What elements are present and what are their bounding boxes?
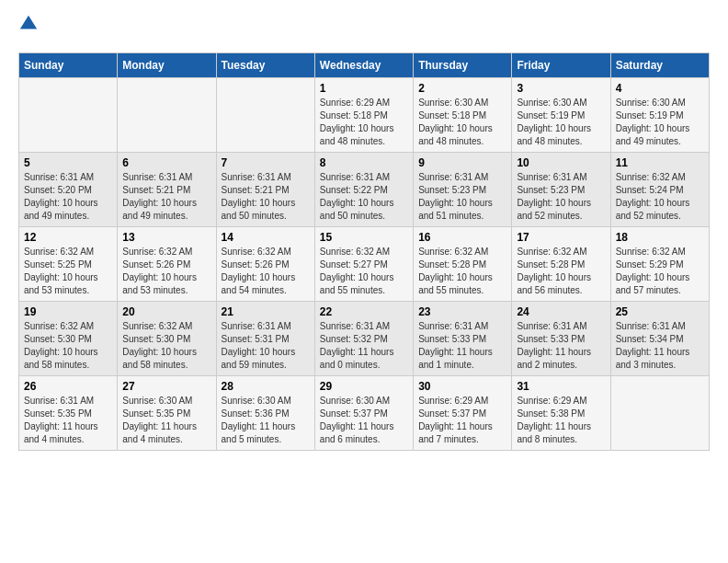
- header-tuesday: Tuesday: [216, 53, 314, 78]
- day-info: Sunrise: 6:31 AM Sunset: 5:33 PM Dayligh…: [517, 320, 605, 372]
- calendar-cell: 18Sunrise: 6:32 AM Sunset: 5:29 PM Dayli…: [610, 227, 709, 302]
- calendar-cell: 10Sunrise: 6:31 AM Sunset: 5:23 PM Dayli…: [512, 153, 610, 227]
- svg-marker-0: [20, 15, 37, 29]
- day-info: Sunrise: 6:31 AM Sunset: 5:20 PM Dayligh…: [24, 171, 112, 223]
- day-info: Sunrise: 6:32 AM Sunset: 5:29 PM Dayligh…: [616, 246, 704, 297]
- calendar-cell: 2Sunrise: 6:30 AM Sunset: 5:18 PM Daylig…: [414, 78, 512, 153]
- day-number: 28: [222, 380, 310, 393]
- day-number: 25: [616, 305, 704, 318]
- header-monday: Monday: [118, 53, 216, 78]
- day-number: 23: [418, 305, 506, 318]
- day-info: Sunrise: 6:32 AM Sunset: 5:28 PM Dayligh…: [517, 246, 605, 297]
- calendar-cell: 19Sunrise: 6:32 AM Sunset: 5:30 PM Dayli…: [19, 302, 118, 376]
- day-number: 31: [517, 380, 605, 393]
- calendar-cell: 4Sunrise: 6:30 AM Sunset: 5:19 PM Daylig…: [610, 78, 709, 153]
- day-info: Sunrise: 6:32 AM Sunset: 5:26 PM Dayligh…: [222, 246, 310, 297]
- day-number: 3: [517, 82, 605, 95]
- day-info: Sunrise: 6:30 AM Sunset: 5:19 PM Dayligh…: [616, 97, 704, 148]
- calendar-week-3: 12Sunrise: 6:32 AM Sunset: 5:25 PM Dayli…: [19, 227, 710, 302]
- calendar-cell: 13Sunrise: 6:32 AM Sunset: 5:26 PM Dayli…: [118, 227, 216, 302]
- calendar-cell: 27Sunrise: 6:30 AM Sunset: 5:35 PM Dayli…: [118, 376, 216, 451]
- day-number: 21: [222, 305, 310, 318]
- logo: [18, 18, 42, 38]
- day-info: Sunrise: 6:31 AM Sunset: 5:34 PM Dayligh…: [616, 320, 704, 372]
- calendar-cell: 17Sunrise: 6:32 AM Sunset: 5:28 PM Dayli…: [512, 227, 610, 302]
- day-info: Sunrise: 6:29 AM Sunset: 5:38 PM Dayligh…: [517, 395, 605, 446]
- calendar-cell: 5Sunrise: 6:31 AM Sunset: 5:20 PM Daylig…: [19, 153, 118, 227]
- day-number: 18: [616, 231, 704, 244]
- calendar-cell: [216, 78, 314, 153]
- calendar-cell: 23Sunrise: 6:31 AM Sunset: 5:33 PM Dayli…: [414, 302, 512, 376]
- weekday-header-row: Sunday Monday Tuesday Wednesday Thursday…: [19, 53, 710, 78]
- calendar-cell: 29Sunrise: 6:30 AM Sunset: 5:37 PM Dayli…: [314, 376, 413, 451]
- header-sunday: Sunday: [19, 53, 118, 78]
- calendar-week-1: 1Sunrise: 6:29 AM Sunset: 5:18 PM Daylig…: [19, 78, 710, 153]
- day-info: Sunrise: 6:29 AM Sunset: 5:18 PM Dayligh…: [320, 97, 408, 148]
- calendar-cell: 16Sunrise: 6:32 AM Sunset: 5:28 PM Dayli…: [414, 227, 512, 302]
- day-number: 27: [122, 380, 210, 393]
- day-info: Sunrise: 6:32 AM Sunset: 5:30 PM Dayligh…: [24, 320, 112, 372]
- day-info: Sunrise: 6:32 AM Sunset: 5:30 PM Dayligh…: [122, 320, 210, 372]
- day-number: 13: [122, 231, 210, 244]
- day-number: 4: [616, 82, 704, 95]
- day-number: 10: [517, 156, 605, 169]
- day-number: 19: [24, 305, 112, 318]
- calendar-cell: 3Sunrise: 6:30 AM Sunset: 5:19 PM Daylig…: [512, 78, 610, 153]
- calendar-week-2: 5Sunrise: 6:31 AM Sunset: 5:20 PM Daylig…: [19, 153, 710, 227]
- day-info: Sunrise: 6:32 AM Sunset: 5:28 PM Dayligh…: [418, 246, 506, 297]
- calendar-cell: 22Sunrise: 6:31 AM Sunset: 5:32 PM Dayli…: [314, 302, 413, 376]
- calendar-cell: [118, 78, 216, 153]
- calendar-cell: 1Sunrise: 6:29 AM Sunset: 5:18 PM Daylig…: [314, 78, 413, 153]
- day-info: Sunrise: 6:30 AM Sunset: 5:18 PM Dayligh…: [418, 97, 506, 148]
- calendar-cell: [19, 78, 118, 153]
- calendar-cell: 25Sunrise: 6:31 AM Sunset: 5:34 PM Dayli…: [610, 302, 709, 376]
- day-info: Sunrise: 6:32 AM Sunset: 5:27 PM Dayligh…: [320, 246, 408, 297]
- day-info: Sunrise: 6:32 AM Sunset: 5:25 PM Dayligh…: [24, 246, 112, 297]
- day-number: 20: [122, 305, 210, 318]
- calendar-cell: 26Sunrise: 6:31 AM Sunset: 5:35 PM Dayli…: [19, 376, 118, 451]
- calendar-week-5: 26Sunrise: 6:31 AM Sunset: 5:35 PM Dayli…: [19, 376, 710, 451]
- day-info: Sunrise: 6:31 AM Sunset: 5:21 PM Dayligh…: [222, 171, 310, 223]
- day-info: Sunrise: 6:31 AM Sunset: 5:23 PM Dayligh…: [418, 171, 506, 223]
- day-info: Sunrise: 6:30 AM Sunset: 5:36 PM Dayligh…: [222, 395, 310, 446]
- calendar-table: Sunday Monday Tuesday Wednesday Thursday…: [18, 52, 710, 451]
- header-wednesday: Wednesday: [314, 53, 413, 78]
- day-info: Sunrise: 6:31 AM Sunset: 5:32 PM Dayligh…: [320, 320, 408, 372]
- day-number: 22: [320, 305, 408, 318]
- day-info: Sunrise: 6:30 AM Sunset: 5:19 PM Dayligh…: [517, 97, 605, 148]
- day-info: Sunrise: 6:31 AM Sunset: 5:21 PM Dayligh…: [122, 171, 210, 223]
- day-number: 12: [24, 231, 112, 244]
- calendar-cell: [610, 376, 709, 451]
- day-info: Sunrise: 6:32 AM Sunset: 5:26 PM Dayligh…: [122, 246, 210, 297]
- day-number: 30: [418, 380, 506, 393]
- calendar-cell: 21Sunrise: 6:31 AM Sunset: 5:31 PM Dayli…: [216, 302, 314, 376]
- calendar-cell: 9Sunrise: 6:31 AM Sunset: 5:23 PM Daylig…: [414, 153, 512, 227]
- day-number: 6: [122, 156, 210, 169]
- day-info: Sunrise: 6:30 AM Sunset: 5:35 PM Dayligh…: [122, 395, 210, 446]
- calendar-cell: 14Sunrise: 6:32 AM Sunset: 5:26 PM Dayli…: [216, 227, 314, 302]
- day-number: 9: [418, 156, 506, 169]
- calendar-cell: 15Sunrise: 6:32 AM Sunset: 5:27 PM Dayli…: [314, 227, 413, 302]
- day-info: Sunrise: 6:29 AM Sunset: 5:37 PM Dayligh…: [418, 395, 506, 446]
- calendar-cell: 31Sunrise: 6:29 AM Sunset: 5:38 PM Dayli…: [512, 376, 610, 451]
- calendar-cell: 6Sunrise: 6:31 AM Sunset: 5:21 PM Daylig…: [118, 153, 216, 227]
- day-number: 15: [320, 231, 408, 244]
- calendar-cell: 30Sunrise: 6:29 AM Sunset: 5:37 PM Dayli…: [414, 376, 512, 451]
- header-thursday: Thursday: [414, 53, 512, 78]
- day-number: 29: [320, 380, 408, 393]
- day-number: 14: [222, 231, 310, 244]
- day-number: 5: [24, 156, 112, 169]
- calendar-cell: 28Sunrise: 6:30 AM Sunset: 5:36 PM Dayli…: [216, 376, 314, 451]
- day-number: 26: [24, 380, 112, 393]
- day-number: 24: [517, 305, 605, 318]
- header-friday: Friday: [512, 53, 610, 78]
- day-info: Sunrise: 6:31 AM Sunset: 5:35 PM Dayligh…: [24, 395, 112, 446]
- day-info: Sunrise: 6:31 AM Sunset: 5:33 PM Dayligh…: [418, 320, 506, 372]
- day-info: Sunrise: 6:31 AM Sunset: 5:22 PM Dayligh…: [320, 171, 408, 223]
- day-number: 16: [418, 231, 506, 244]
- calendar-cell: 20Sunrise: 6:32 AM Sunset: 5:30 PM Dayli…: [118, 302, 216, 376]
- logo-icon: [18, 14, 39, 34]
- calendar-cell: 7Sunrise: 6:31 AM Sunset: 5:21 PM Daylig…: [216, 153, 314, 227]
- calendar-cell: 12Sunrise: 6:32 AM Sunset: 5:25 PM Dayli…: [19, 227, 118, 302]
- day-info: Sunrise: 6:32 AM Sunset: 5:24 PM Dayligh…: [616, 171, 704, 223]
